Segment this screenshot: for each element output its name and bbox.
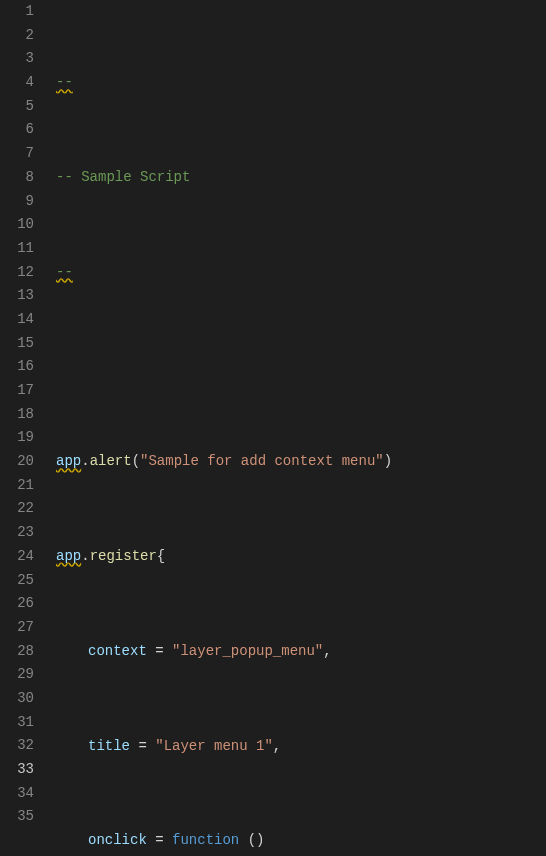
comment-token: -- Sample Script bbox=[56, 169, 190, 185]
code-line: onclick = function () bbox=[56, 829, 546, 853]
method-alert: alert bbox=[90, 453, 132, 469]
string-literal: "Layer menu 1" bbox=[155, 738, 273, 754]
line-number: 23 bbox=[0, 521, 34, 545]
line-number: 6 bbox=[0, 118, 34, 142]
key-title: title bbox=[88, 738, 130, 754]
code-line: app.register{ bbox=[56, 545, 546, 569]
code-line: -- Sample Script bbox=[56, 166, 546, 190]
line-number: 12 bbox=[0, 261, 34, 285]
line-number: 19 bbox=[0, 426, 34, 450]
comment-token: -- bbox=[56, 264, 73, 280]
string-literal: "layer_popup_menu" bbox=[172, 643, 323, 659]
line-number: 33 bbox=[0, 758, 34, 782]
key-context: context bbox=[88, 643, 147, 659]
line-number: 16 bbox=[0, 355, 34, 379]
line-number: 24 bbox=[0, 545, 34, 569]
line-number: 28 bbox=[0, 640, 34, 664]
ident-app: app bbox=[56, 548, 81, 564]
line-number: 10 bbox=[0, 213, 34, 237]
line-number: 7 bbox=[0, 142, 34, 166]
code-line: title = "Layer menu 1", bbox=[56, 735, 546, 759]
line-number: 2 bbox=[0, 24, 34, 48]
code-line: context = "layer_popup_menu", bbox=[56, 640, 546, 664]
code-line bbox=[56, 356, 546, 380]
line-number: 9 bbox=[0, 190, 34, 214]
line-number-gutter: 1234567891011121314151617181920212223242… bbox=[0, 0, 46, 856]
line-number: 1 bbox=[0, 0, 34, 24]
code-area[interactable]: -- -- Sample Script -- app.alert("Sample… bbox=[46, 0, 546, 856]
line-number: 17 bbox=[0, 379, 34, 403]
line-number: 31 bbox=[0, 711, 34, 735]
code-editor[interactable]: 1234567891011121314151617181920212223242… bbox=[0, 0, 546, 856]
line-number: 14 bbox=[0, 308, 34, 332]
line-number: 21 bbox=[0, 474, 34, 498]
method-register: register bbox=[90, 548, 157, 564]
line-number: 32 bbox=[0, 734, 34, 758]
line-number: 29 bbox=[0, 663, 34, 687]
line-number: 11 bbox=[0, 237, 34, 261]
line-number: 15 bbox=[0, 332, 34, 356]
line-number: 8 bbox=[0, 166, 34, 190]
line-number: 18 bbox=[0, 403, 34, 427]
line-number: 5 bbox=[0, 95, 34, 119]
keyword-function: function bbox=[172, 832, 239, 848]
line-number: 26 bbox=[0, 592, 34, 616]
line-number: 25 bbox=[0, 569, 34, 593]
ident-app: app bbox=[56, 453, 81, 469]
line-number: 34 bbox=[0, 782, 34, 806]
string-literal: "Sample for add context menu" bbox=[140, 453, 384, 469]
code-line: -- bbox=[56, 261, 546, 285]
code-line: app.alert("Sample for add context menu") bbox=[56, 450, 546, 474]
line-number: 20 bbox=[0, 450, 34, 474]
line-number: 3 bbox=[0, 47, 34, 71]
key-onclick: onclick bbox=[88, 832, 147, 848]
code-line: -- bbox=[56, 71, 546, 95]
line-number: 35 bbox=[0, 805, 34, 829]
comment-token: -- bbox=[56, 74, 73, 90]
line-number: 4 bbox=[0, 71, 34, 95]
line-number: 27 bbox=[0, 616, 34, 640]
line-number: 22 bbox=[0, 497, 34, 521]
line-number: 30 bbox=[0, 687, 34, 711]
line-number: 13 bbox=[0, 284, 34, 308]
